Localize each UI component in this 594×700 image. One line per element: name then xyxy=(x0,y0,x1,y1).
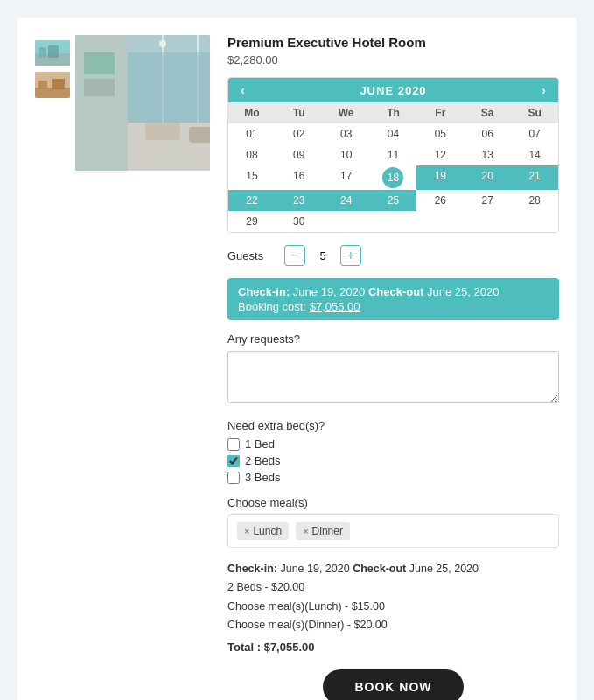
cal-header-sa: Sa xyxy=(464,102,511,123)
room-title: Premium Executive Hotel Room xyxy=(227,35,559,50)
cal-day-02[interactable]: 02 xyxy=(276,123,323,144)
cal-header-tu: Tu xyxy=(276,102,323,123)
summary-meal-lunch-line: Choose meal(s)(Lunch) - $15.00 xyxy=(227,598,559,616)
checkin-label: Check-in: xyxy=(238,285,290,298)
cal-day-23[interactable]: 23 xyxy=(276,190,323,211)
main-image xyxy=(75,35,210,171)
summary-total-line: Total : $7,055.00 xyxy=(227,638,559,657)
requests-textarea[interactable] xyxy=(227,351,559,403)
cost-value: $7,055.00 xyxy=(310,300,360,313)
thumbnail-1[interactable] xyxy=(35,40,70,66)
svg-rect-3 xyxy=(48,46,59,58)
cal-day-16[interactable]: 16 xyxy=(276,165,323,190)
meal-tag-dinner[interactable]: × Dinner xyxy=(296,522,350,540)
cal-empty-4 xyxy=(464,211,511,232)
summary-section: Check-in: June 19, 2020 Check-out June 2… xyxy=(227,560,559,657)
bed-2-label: 2 Beds xyxy=(245,454,280,467)
bed-option-1[interactable]: 1 Bed xyxy=(227,438,559,451)
cal-day-10[interactable]: 10 xyxy=(323,144,370,165)
book-now-button[interactable]: BOOK NOW xyxy=(323,669,463,700)
cal-day-06[interactable]: 06 xyxy=(464,123,511,144)
cal-day-13[interactable]: 13 xyxy=(464,144,511,165)
meals-section: Choose meal(s) × Lunch × Dinner xyxy=(227,496,559,548)
svg-point-20 xyxy=(159,40,166,47)
summary-checkout-date: June 25, 2020 xyxy=(409,563,479,575)
cal-day-28[interactable]: 28 xyxy=(511,190,558,211)
checkin-date: June 19, 2020 xyxy=(293,285,368,298)
svg-rect-6 xyxy=(38,80,47,89)
calendar-week-2: 08 09 10 11 12 13 14 xyxy=(228,144,558,165)
svg-rect-25 xyxy=(84,79,115,96)
meal-lunch-remove-icon[interactable]: × xyxy=(244,526,249,536)
calendar-header: ‹ JUNE 2020 › xyxy=(228,78,558,102)
checkout-label: Check-out xyxy=(368,285,427,298)
cal-day-30[interactable]: 30 xyxy=(276,211,323,232)
meal-tag-lunch[interactable]: × Lunch xyxy=(237,522,289,540)
guests-decrement-button[interactable]: − xyxy=(284,245,305,266)
cal-header-th: Th xyxy=(370,102,417,123)
summary-dates-line: Check-in: June 19, 2020 Check-out June 2… xyxy=(227,560,559,578)
total-value: $7,055.00 xyxy=(264,640,315,654)
calendar-week-1: 01 02 03 04 05 06 07 xyxy=(228,123,558,144)
total-label: Total : xyxy=(227,640,261,654)
bed-option-2[interactable]: 2 Beds xyxy=(227,454,559,467)
cal-day-29[interactable]: 29 xyxy=(228,211,276,232)
cal-day-03[interactable]: 03 xyxy=(323,123,370,144)
booking-panel: Premium Executive Hotel Room $2,280.00 ‹… xyxy=(227,35,559,700)
calendar-week-3: 15 16 17 18 19 20 21 xyxy=(228,165,558,190)
calendar-month-label: JUNE 2020 xyxy=(360,84,426,97)
checkout-date: June 25, 2020 xyxy=(427,285,499,298)
cal-day-09[interactable]: 09 xyxy=(276,144,323,165)
calendar-day-headers: Mo Tu We Th Fr Sa Su xyxy=(228,102,558,123)
cal-day-24[interactable]: 24 xyxy=(323,190,370,211)
cal-day-19[interactable]: 19 xyxy=(416,165,464,190)
guests-value: 5 xyxy=(314,249,332,262)
meals-label: Choose meal(s) xyxy=(227,496,559,509)
cal-day-21[interactable]: 21 xyxy=(511,165,558,190)
cal-day-15[interactable]: 15 xyxy=(228,165,276,190)
calendar-week-5: 29 30 xyxy=(228,211,558,232)
cal-day-20[interactable]: 20 xyxy=(464,165,511,190)
extra-beds-section: Need extra bed(s)? 1 Bed 2 Beds 3 Beds xyxy=(227,419,559,484)
cal-day-27[interactable]: 27 xyxy=(464,190,511,211)
bed-option-3[interactable]: 3 Beds xyxy=(227,471,559,484)
booking-cost-line: Booking cost: $7,055.00 xyxy=(238,300,549,313)
cal-day-25[interactable]: 25 xyxy=(370,190,417,211)
page-container: Premium Executive Hotel Room $2,280.00 ‹… xyxy=(17,18,577,700)
cal-day-04[interactable]: 04 xyxy=(370,123,417,144)
cal-day-07[interactable]: 07 xyxy=(511,123,558,144)
calendar-next-button[interactable]: › xyxy=(538,83,549,97)
cal-day-05[interactable]: 05 xyxy=(416,123,464,144)
image-section xyxy=(35,35,210,171)
cal-day-17[interactable]: 17 xyxy=(323,165,370,190)
extra-beds-label: Need extra bed(s)? xyxy=(227,419,559,432)
image-panel xyxy=(35,35,210,700)
meal-lunch-label: Lunch xyxy=(253,525,282,537)
summary-checkin-date: June 19, 2020 xyxy=(280,563,353,575)
calendar-grid: Mo Tu We Th Fr Sa Su 01 02 03 04 05 06 0… xyxy=(228,102,558,232)
cal-day-08[interactable]: 08 xyxy=(228,144,276,165)
cal-header-fr: Fr xyxy=(416,102,464,123)
svg-rect-24 xyxy=(84,52,115,74)
bed-3-checkbox[interactable] xyxy=(227,472,240,484)
cal-day-01[interactable]: 01 xyxy=(228,123,276,144)
cal-header-su: Su xyxy=(511,102,558,123)
cal-empty-5 xyxy=(511,211,558,232)
cal-day-26[interactable]: 26 xyxy=(416,190,464,211)
summary-checkin-label: Check-in: xyxy=(227,563,277,575)
bed-2-checkbox[interactable] xyxy=(227,455,240,467)
room-price: $2,280.00 xyxy=(227,53,559,66)
thumbnail-2[interactable] xyxy=(35,72,70,98)
meal-dinner-remove-icon[interactable]: × xyxy=(303,526,308,536)
cal-day-18[interactable]: 18 xyxy=(370,165,417,190)
calendar-week-4: 22 23 24 25 26 27 28 xyxy=(228,190,558,211)
requests-label: Any requests? xyxy=(227,332,559,346)
cal-day-12[interactable]: 12 xyxy=(416,144,464,165)
guests-increment-button[interactable]: + xyxy=(340,245,361,266)
booking-info-box: Check-in: June 19, 2020 Check-out June 2… xyxy=(227,278,559,320)
calendar-prev-button[interactable]: ‹ xyxy=(237,83,248,97)
cal-day-11[interactable]: 11 xyxy=(370,144,417,165)
cal-day-22[interactable]: 22 xyxy=(228,190,276,211)
bed-1-checkbox[interactable] xyxy=(227,438,240,451)
cal-day-14[interactable]: 14 xyxy=(511,144,558,165)
